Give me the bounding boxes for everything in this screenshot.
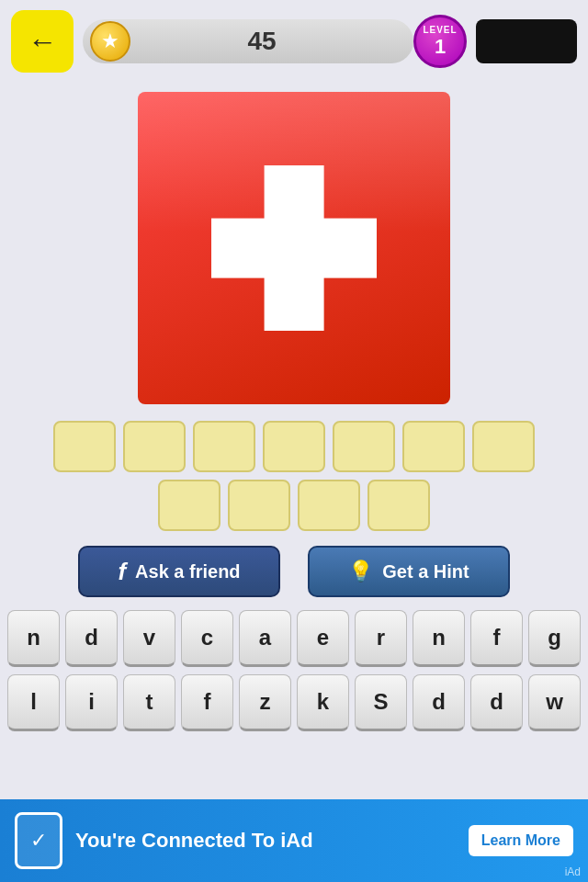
get-hint-button[interactable]: 💡 Get a Hint [308, 546, 510, 597]
key-n1[interactable]: n [7, 610, 60, 667]
key-s-upper[interactable]: S [355, 674, 407, 731]
coin-icon: ★ [90, 21, 130, 62]
key-c[interactable]: c [181, 610, 233, 667]
key-d2[interactable]: d [413, 674, 465, 731]
key-f1[interactable]: f [470, 610, 523, 667]
flag-image [138, 92, 450, 404]
swiss-cross [211, 165, 377, 331]
star-icon: ★ [101, 29, 119, 53]
key-f2[interactable]: f [181, 674, 233, 731]
key-r[interactable]: r [355, 610, 407, 667]
answer-row-2 [0, 480, 588, 531]
answer-box-8[interactable] [158, 480, 220, 531]
back-arrow-icon: ← [28, 25, 57, 59]
key-g[interactable]: g [528, 610, 581, 667]
back-button[interactable]: ← [11, 10, 74, 73]
facebook-icon: f [118, 558, 126, 586]
answer-box-6[interactable] [402, 421, 465, 472]
action-row: f Ask a friend 💡 Get a Hint [0, 546, 588, 597]
answer-box-4[interactable] [263, 421, 325, 472]
level-label: LEVEL [423, 25, 457, 35]
get-hint-label: Get a Hint [382, 561, 469, 582]
key-l[interactable]: l [7, 674, 60, 731]
answer-row-1 [0, 421, 588, 472]
level-badge: LEVEL 1 [413, 15, 467, 68]
key-z[interactable]: z [239, 674, 291, 731]
iad-check-icon: ✓ [30, 829, 47, 853]
iad-banner: ✓ You're Connected To iAd Learn More iAd [0, 799, 588, 882]
answer-box-5[interactable] [333, 421, 395, 472]
key-i[interactable]: i [65, 674, 118, 731]
answer-box-9[interactable] [228, 480, 290, 531]
key-d1[interactable]: d [65, 610, 118, 667]
key-t[interactable]: t [123, 674, 175, 731]
key-v[interactable]: v [123, 610, 175, 667]
lightbulb-icon: 💡 [348, 560, 373, 583]
ask-friend-button[interactable]: f Ask a friend [78, 546, 280, 597]
key-a[interactable]: a [239, 610, 291, 667]
answer-box-1[interactable] [53, 421, 116, 472]
cross-vertical [265, 165, 324, 331]
header: ← ★ 45 LEVEL 1 [0, 0, 588, 83]
iad-label: iAd [565, 865, 581, 878]
flag-container [0, 92, 588, 404]
learn-more-button[interactable]: Learn More [469, 825, 573, 856]
ask-friend-label: Ask a friend [135, 561, 240, 582]
iad-text: You're Connected To iAd [75, 829, 456, 853]
key-k[interactable]: k [297, 674, 349, 731]
key-e[interactable]: e [297, 610, 349, 667]
answer-box-10[interactable] [298, 480, 360, 531]
level-number: 1 [435, 35, 446, 59]
keyboard-row-2: l i t f z k S d d w [6, 674, 582, 731]
keyboard-row-1: n d v c a e r n f g [6, 610, 582, 667]
iad-phone-icon: ✓ [15, 812, 62, 869]
keyboard: n d v c a e r n f g l i t f z k S d d w [0, 610, 588, 731]
key-w[interactable]: w [528, 674, 581, 731]
answer-box-3[interactable] [193, 421, 255, 472]
key-n2[interactable]: n [413, 610, 465, 667]
answer-box-2[interactable] [123, 421, 186, 472]
coins-count: 45 [110, 27, 413, 56]
key-d3[interactable]: d [470, 674, 523, 731]
progress-bar [476, 19, 577, 63]
answer-box-11[interactable] [368, 480, 430, 531]
answer-box-7[interactable] [472, 421, 535, 472]
coins-bar: ★ 45 [83, 19, 413, 63]
